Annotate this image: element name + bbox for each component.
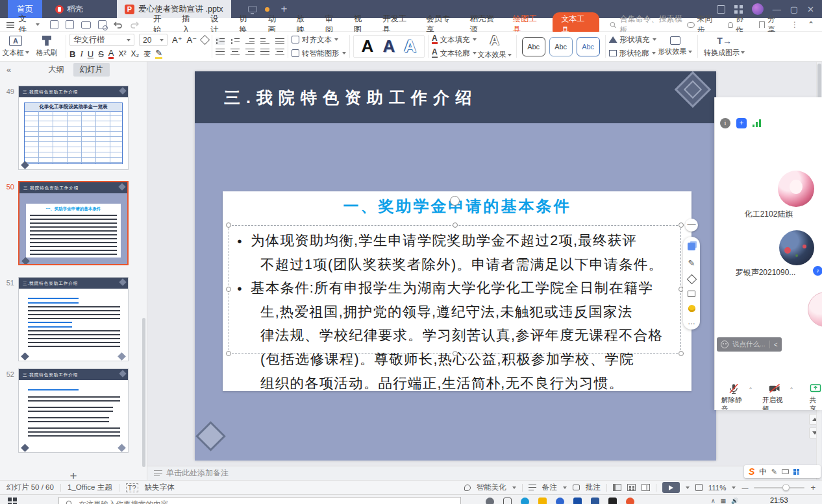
chevron-up-icon[interactable]: ⌃ — [748, 387, 753, 393]
more-tools-icon[interactable]: … — [688, 320, 695, 324]
ime-language-toggle[interactable]: 中 — [759, 467, 767, 477]
convert-smartart-button[interactable]: 转智能图形 — [292, 49, 346, 58]
emoji-icon[interactable] — [721, 341, 729, 348]
shape-style-1[interactable]: Abc — [522, 37, 545, 56]
shape-effects-button[interactable]: 形状效果 — [656, 32, 694, 61]
italic-button[interactable]: I — [80, 49, 82, 59]
minimize-button[interactable]: — — [773, 5, 781, 14]
align-text-button[interactable]: 对齐文本 — [292, 35, 346, 45]
close-button[interactable]: ✕ — [807, 5, 814, 14]
text-outline-button[interactable]: A文本轮廓 — [432, 49, 477, 58]
bullet-list-button[interactable] — [216, 38, 225, 45]
numbered-list-button[interactable] — [230, 38, 240, 45]
increase-indent-button[interactable] — [260, 38, 269, 45]
resize-handle-n[interactable] — [453, 222, 458, 228]
lightbulb-icon[interactable] — [688, 305, 695, 312]
taskbar-search[interactable]: 在这里输入你要搜索的内容 — [58, 497, 461, 504]
shape-style-2[interactable]: Abc — [549, 37, 573, 56]
app-icon[interactable] — [556, 498, 564, 504]
unmute-button[interactable]: 解除静音 — [721, 383, 746, 410]
keyboard-icon[interactable] — [782, 469, 789, 474]
edge-icon[interactable] — [521, 498, 529, 504]
rotate-handle[interactable] — [450, 196, 460, 206]
text-fill-button[interactable]: A文本填充 — [432, 35, 477, 45]
participant-avatar-partial[interactable] — [808, 292, 822, 327]
notes-toggle-button[interactable]: 备注 — [542, 483, 557, 492]
align-right-button[interactable] — [245, 48, 255, 55]
tab-outline[interactable]: 大纲 — [49, 64, 64, 75]
hamburger-icon[interactable] — [6, 22, 14, 28]
slide-thumbnail-52[interactable]: 三.我院特色资助工作介绍 — [18, 368, 129, 453]
resize-handle-sw[interactable] — [226, 351, 231, 356]
slide-thumbnail-50-selected[interactable]: 三.我院特色资助工作介绍 一、奖助学金申请的基本条件 — [18, 181, 129, 265]
phonetic-guide-button[interactable]: 变 — [143, 49, 151, 59]
print-icon[interactable] — [81, 21, 91, 29]
highlight-button[interactable]: ✎ — [155, 49, 162, 59]
slide-50[interactable]: 三.我院特色资助工作介绍 一、奖助学金申请的基本条件 为体现 — [195, 71, 716, 461]
shape-style-3[interactable]: Abc — [577, 37, 600, 56]
zoom-level[interactable]: 111% — [708, 484, 727, 492]
share-screen-button[interactable]: 共享 — [810, 383, 822, 410]
font-color-button[interactable]: A — [108, 49, 114, 59]
slideshow-play-button[interactable] — [662, 482, 680, 493]
missing-font-label[interactable]: 缺失字体 — [145, 483, 175, 492]
redo-icon[interactable] — [130, 21, 139, 29]
smart-beautify-button[interactable]: 智能美化 — [477, 483, 506, 492]
task-view-icon[interactable] — [503, 498, 512, 504]
bold-button[interactable]: B — [69, 49, 75, 59]
char-spacing-button[interactable] — [275, 38, 284, 45]
start-video-button[interactable]: 开启视频 — [762, 383, 787, 410]
save-icon[interactable] — [50, 20, 58, 29]
shape-fill-button[interactable]: 形状填充 — [609, 35, 656, 45]
wordart-style-3[interactable]: A — [404, 36, 416, 56]
sidebar-scrollbar[interactable] — [142, 318, 145, 467]
decrease-indent-button[interactable] — [245, 38, 255, 45]
slide-sorter-view-button[interactable] — [627, 484, 636, 491]
content-text[interactable]: 为体现资助均衡,学生申请学院奖助学金不超过2项,最终获评 不超过1项(团队奖获奖… — [237, 229, 685, 395]
comments-button[interactable]: 批注 — [586, 483, 601, 492]
wordart-style-1[interactable]: A — [362, 36, 374, 56]
tab-slides[interactable]: 幻灯片 — [73, 63, 110, 77]
slide-thumbnail-49[interactable]: 三.我院特色资助工作介绍 化学化工学院设奖助学金一览表 — [18, 86, 129, 170]
sogou-logo-icon[interactable]: S — [749, 466, 754, 477]
shape-outline-button[interactable]: 形状轮廓 — [609, 49, 656, 58]
zoom-slider[interactable] — [754, 487, 804, 488]
pen-icon[interactable]: ✎ — [688, 258, 695, 268]
underline-button[interactable]: U — [88, 49, 93, 59]
convert-diagram-button[interactable]: T→ 转换成图示 — [701, 32, 748, 61]
chat-collapse-button[interactable]: < — [774, 341, 778, 348]
shape-icon[interactable] — [686, 274, 697, 285]
meeting-info-icon[interactable]: i — [720, 118, 730, 128]
layout-switch-icon[interactable] — [717, 5, 725, 14]
app-icon[interactable] — [608, 498, 617, 504]
line-spacing-button[interactable] — [275, 48, 284, 55]
file-explorer-icon[interactable] — [538, 498, 547, 504]
textbox-button[interactable]: A 文本框 — [0, 32, 31, 61]
collapse-panel-button[interactable]: « — [6, 65, 11, 75]
zoom-out-button[interactable] — [741, 484, 748, 492]
justify-button[interactable] — [260, 48, 269, 55]
zoom-slider-knob[interactable] — [782, 484, 790, 491]
participant-avatar[interactable] — [778, 171, 814, 207]
handwriting-icon[interactable]: ✎ — [771, 468, 777, 476]
increase-font-button[interactable]: A⁺ — [172, 35, 182, 45]
format-painter-button[interactable]: 格式刷 — [31, 32, 62, 61]
align-center-button[interactable] — [230, 48, 240, 55]
wordart-gallery[interactable]: A A A — [353, 35, 425, 58]
slide-content-box[interactable]: 一、奖助学金申请的基本条件 为体现资助均衡,学生申请学院奖助学金不超过2项,最终… — [223, 191, 691, 391]
word-icon[interactable] — [591, 498, 599, 504]
collapse-palette-button[interactable]: — — [685, 219, 698, 232]
theme-name[interactable]: 1_Office 主题 — [68, 483, 112, 492]
tab-docer[interactable]: 稻壳 — [49, 0, 90, 18]
ime-toolbox-icon[interactable] — [793, 469, 799, 475]
normal-view-button[interactable] — [613, 484, 621, 491]
resize-handle-nw[interactable] — [226, 222, 231, 228]
output-icon[interactable] — [66, 20, 74, 29]
wps-icon[interactable] — [626, 498, 634, 504]
strikethrough-button[interactable]: S — [98, 49, 104, 59]
fit-slide-icon[interactable] — [695, 484, 703, 491]
system-tray[interactable]: ∧▦🔊 — [711, 498, 738, 504]
app-icon[interactable] — [573, 498, 582, 504]
meeting-protect-shield-icon[interactable]: + — [736, 118, 747, 128]
notes-bar[interactable]: 单击此处添加备注 — [147, 466, 816, 480]
